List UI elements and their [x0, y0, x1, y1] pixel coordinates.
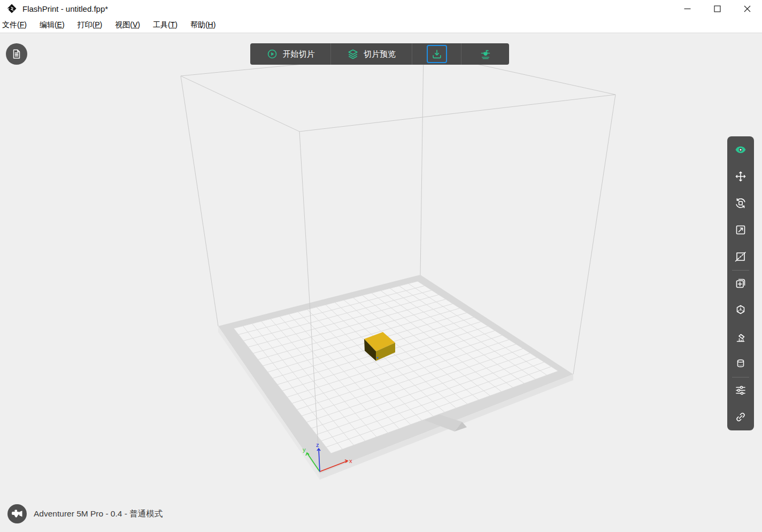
- adjust-icon: [734, 384, 747, 397]
- support-icon: [734, 330, 747, 343]
- selected-tool-highlight: [427, 45, 447, 63]
- printer-logo-button[interactable]: [7, 504, 27, 523]
- download-icon: [431, 48, 443, 60]
- window-controls: [672, 0, 762, 17]
- sidebar-tool-arrange[interactable]: [727, 297, 754, 323]
- close-icon: [744, 5, 751, 12]
- close-button[interactable]: [732, 0, 762, 17]
- menu-view[interactable]: 视图(V): [111, 17, 144, 33]
- sidebar-tool-add-model[interactable]: [727, 270, 754, 297]
- slice-preview-label: 切片预览: [364, 49, 396, 59]
- sidebar-tool-support[interactable]: [727, 323, 754, 350]
- new-file-button[interactable]: [6, 43, 27, 65]
- viewport-canvas[interactable]: x y z: [0, 33, 762, 532]
- printer-profile-label: Adventurer 5M Pro - 0.4 - 普通模式: [34, 508, 163, 520]
- printer-level-icon: [479, 48, 492, 60]
- sidebar-tool-adjust[interactable]: [727, 377, 754, 404]
- sidebar-tool-link[interactable]: [727, 404, 754, 430]
- link-icon: [734, 411, 747, 423]
- sidebar-tool-move[interactable]: [727, 163, 754, 190]
- flashprint-logo-icon: [6, 3, 17, 14]
- flashforge-logo-icon: [7, 504, 27, 523]
- document-icon: [11, 48, 22, 60]
- save-gcode-button[interactable]: [412, 43, 461, 65]
- maximize-button[interactable]: [702, 0, 732, 17]
- move-icon: [734, 170, 747, 183]
- send-to-printer-button[interactable]: [461, 43, 509, 65]
- window-title: FlashPrint - untitled.fpp*: [22, 4, 108, 13]
- menu-tools[interactable]: 工具(T): [149, 17, 182, 33]
- sidebar-tool-scale[interactable]: [727, 217, 754, 243]
- rotate-icon: [734, 197, 747, 210]
- model-origin-dot: [376, 357, 378, 358]
- menu-bar: 文件(F) 编辑(E) 打印(P) 视图(V) 工具(T) 帮助(H): [0, 17, 762, 33]
- sidebar-tool-tower[interactable]: [727, 350, 754, 377]
- sidebar-tool-view[interactable]: [727, 136, 754, 163]
- status-bar: Adventurer 5M Pro - 0.4 - 普通模式: [7, 504, 163, 523]
- tool-sidebar: [727, 136, 754, 430]
- build-plate: [218, 275, 573, 480]
- maximize-icon: [714, 5, 721, 12]
- menu-edit[interactable]: 编辑(E): [35, 17, 69, 33]
- play-circle-icon: [266, 48, 278, 60]
- title-bar: FlashPrint - untitled.fpp*: [0, 0, 762, 17]
- layers-icon: [347, 48, 359, 60]
- arrange-icon: [734, 304, 747, 317]
- start-slice-label: 开始切片: [283, 49, 315, 59]
- slice-preview-button[interactable]: 切片预览: [331, 43, 412, 65]
- minimize-button[interactable]: [672, 0, 702, 17]
- start-slice-button[interactable]: 开始切片: [250, 43, 330, 65]
- menu-help[interactable]: 帮助(H): [186, 17, 220, 33]
- sidebar-tool-rotate[interactable]: [727, 190, 754, 217]
- cut-icon: [734, 250, 747, 263]
- axis-label-y: y: [303, 446, 306, 453]
- tower-icon: [734, 357, 747, 370]
- minimize-icon: [684, 5, 691, 12]
- axis-label-z: z: [316, 442, 319, 448]
- viewport: x y z 开始切片 切片预览: [0, 33, 762, 532]
- menu-file[interactable]: 文件(F): [0, 17, 31, 33]
- add-model-icon: [734, 277, 747, 290]
- menu-print[interactable]: 打印(P): [73, 17, 107, 33]
- sidebar-tool-cut[interactable]: [727, 243, 754, 270]
- eye-icon: [734, 143, 748, 157]
- axis-label-x: x: [349, 458, 352, 464]
- scale-icon: [734, 223, 747, 236]
- slice-toolbar: 开始切片 切片预览: [250, 43, 509, 65]
